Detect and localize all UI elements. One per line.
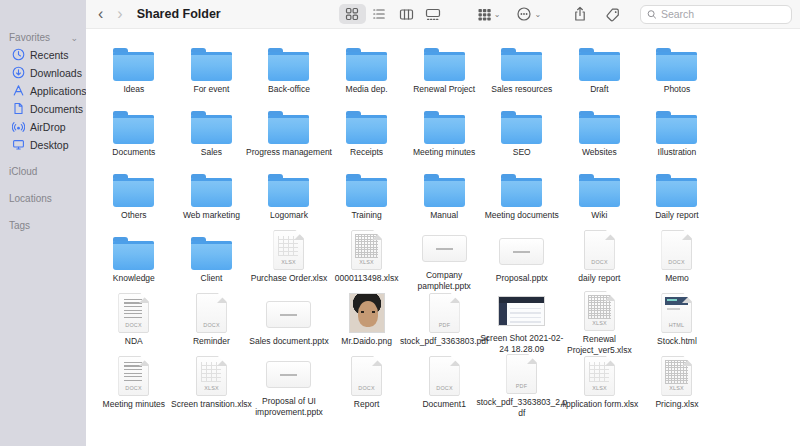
file-item[interactable]: XLSXScreen transition.xlsx [173,354,251,417]
folder-item[interactable]: Media dep. [328,39,406,102]
folder-item[interactable]: Receipts [328,102,406,165]
search-field[interactable] [640,5,792,24]
sidebar-section-icloud[interactable]: iCloud [0,163,86,180]
folder-item[interactable]: Websites [561,102,639,165]
folder-icon [346,111,387,144]
file-item[interactable]: Proposal of UI improvement.pptx [250,354,328,417]
folder-item[interactable]: Illustration [638,102,716,165]
folder-item[interactable]: Daily report [638,165,716,228]
folder-item[interactable]: Client [173,228,251,291]
file-item[interactable]: HTMLStock.html [638,291,716,354]
folder-item[interactable]: SEO [483,102,561,165]
filetype-badge: DOCX [200,323,223,328]
folder-item[interactable]: Progress management [250,102,328,165]
back-icon[interactable]: ‹ [96,6,105,22]
pptx-file-icon [499,238,544,265]
sidebar-section-locations[interactable]: Locations [0,190,86,207]
folder-item[interactable]: Web marketing [173,165,251,228]
docx-file-icon: DOCX [584,230,615,270]
file-item[interactable]: DOCXNDA [95,291,173,354]
filetype-badge: DOCX [588,260,611,265]
filetype-badge: XLSX [588,321,611,326]
filetype-badge: XLSX [588,386,611,391]
folder-icon [191,174,232,207]
file-item[interactable]: PDFstock_pdf_3363803.pdf [405,291,483,354]
filetype-badge: DOCX [666,260,689,265]
folder-item[interactable]: Draft [561,39,639,102]
column-view-button[interactable] [393,4,420,24]
folder-icon [113,174,154,207]
file-item[interactable]: XLSXPurchase Order.xlsx [250,228,328,291]
sidebar-item-label: Desktop [30,139,69,151]
folder-item[interactable]: Documents [95,102,173,165]
sidebar-item-applications[interactable]: Applications [4,82,82,99]
grid-view-icon [345,7,359,21]
sidebar-item-airdrop[interactable]: AirDrop [4,118,82,135]
folder-item[interactable]: Sales [173,102,251,165]
file-name-label: Photos [631,84,723,95]
folder-icon [268,48,309,81]
file-item[interactable]: PDFstock_pdf_3363803_2.pdf [483,354,561,417]
file-item[interactable]: DOCXReminder [173,291,251,354]
file-item[interactable]: Mr.Daido.png [328,291,406,354]
xlsx-file-icon: XLSX [661,356,692,396]
sidebar-item-recents[interactable]: Recents [4,46,82,63]
folder-item[interactable]: Renewal Project [405,39,483,102]
folder-icon [424,48,465,81]
folder-item[interactable]: For event [173,39,251,102]
file-item[interactable]: Company pamphlet.pptx [405,228,483,291]
folder-item[interactable]: Sales resources [483,39,561,102]
file-item[interactable]: XLSXApplication form.xlsx [561,354,639,417]
xlsx-file-icon: XLSX [584,291,615,331]
sidebar-item-documents[interactable]: Documents [4,100,82,117]
file-item[interactable]: XLSXPricing.xlsx [638,354,716,417]
folder-icon [113,237,154,270]
file-item[interactable]: XLSXRenewal Project_ver5.xlsx [561,291,639,354]
docx-file-icon: DOCX [429,356,460,396]
file-item[interactable]: XLSX0000113498.xlsx [328,228,406,291]
folder-item[interactable]: Logomark [250,165,328,228]
folder-item[interactable]: Ideas [95,39,173,102]
image-file-icon [349,293,385,333]
gallery-view-button[interactable] [420,4,447,24]
file-item[interactable]: DOCXReport [328,354,406,417]
folder-item[interactable]: Training [328,165,406,228]
folder-item[interactable]: Meeting documents [483,165,561,228]
folder-item[interactable]: Photos [638,39,716,102]
sidebar-item-desktop[interactable]: Desktop [4,136,82,153]
list-view-button[interactable] [366,4,393,24]
pptx-file-icon [422,235,467,262]
folder-item[interactable]: Wiki [561,165,639,228]
more-actions-button[interactable]: ⌄ [516,6,541,22]
share-button[interactable] [573,6,587,22]
folder-icon [268,111,309,144]
folder-item[interactable]: Knowledge [95,228,173,291]
xlsx-file-icon: XLSX [273,230,304,270]
chevron-down-icon[interactable]: ⌄ [70,33,78,43]
file-item[interactable]: DOCXdaily report [561,228,639,291]
folder-icon [191,111,232,144]
file-item[interactable]: Sales document.pptx [250,291,328,354]
folder-item[interactable]: Others [95,165,173,228]
download-circle-icon [12,66,25,79]
file-item[interactable]: Screen Shot 2021-02-24 18.28.09 [483,291,561,354]
tag-button[interactable] [605,7,621,22]
airdrop-icon [12,120,25,133]
sidebar-section-favorites: Favorites ⌄ [0,29,86,46]
grid-view-button[interactable] [339,4,366,24]
folder-icon [113,111,154,144]
folder-item[interactable]: Manual [405,165,483,228]
sidebar-section-tags[interactable]: Tags [0,217,86,234]
folder-item[interactable]: Meeting minutes [405,102,483,165]
file-item[interactable]: DOCXDocument1 [405,354,483,417]
folder-item[interactable]: Back-office [250,39,328,102]
filetype-badge: DOCX [122,323,145,328]
file-item[interactable]: DOCXMeeting minutes [95,354,173,417]
group-button[interactable]: ⌄ [477,8,501,21]
sidebar-item-downloads[interactable]: Downloads [4,64,82,81]
forward-icon[interactable]: › [115,6,124,22]
file-item[interactable]: DOCXMemo [638,228,716,291]
folder-icon [656,174,697,207]
search-input[interactable] [661,8,785,20]
file-item[interactable]: Proposal.pptx [483,228,561,291]
